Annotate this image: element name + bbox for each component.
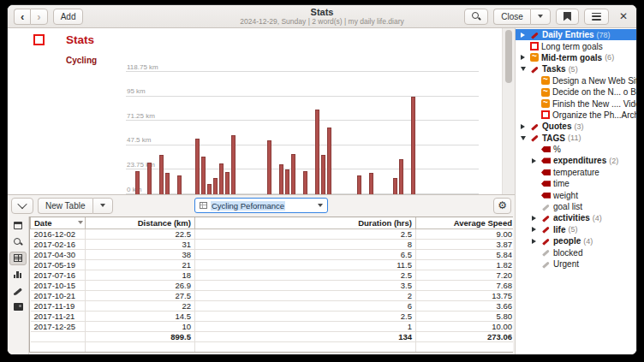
table-cell[interactable]: 7.68 [416,280,514,290]
window-close-button[interactable]: ✕ [614,10,630,22]
add-button[interactable]: Add [53,9,84,25]
tree-item[interactable]: Long term goals [516,40,636,51]
expander-collapsed-icon[interactable] [521,33,525,38]
draw-mode-button[interactable] [9,284,27,298]
table-cell[interactable]: 9.00 [416,228,514,239]
bookmark-button[interactable] [556,9,579,25]
back-button[interactable]: ‹ [14,9,30,25]
table-cell[interactable]: 3.66 [416,300,514,311]
table-cell[interactable]: 18 [86,270,195,280]
column-header[interactable]: Average Speed [416,217,514,229]
tree-item[interactable]: ~Design a New Web Site25,0% [516,75,636,86]
tree-item[interactable]: weight [516,189,636,200]
tree-item[interactable]: blocked [516,246,636,258]
tree-item[interactable]: Tasks(5) [516,63,636,74]
panel-collapse-button[interactable] [11,198,33,214]
table-cell[interactable]: 10 [86,321,195,331]
table-cell[interactable]: 3.5 [195,280,416,290]
table-selector[interactable]: Cycling Peformance [194,198,328,213]
table-cell[interactable]: 1.82 [416,259,514,270]
table-cell[interactable]: 3.87 [416,239,514,249]
table-cell[interactable]: 21 [86,259,195,270]
pencil-red-icon [541,237,551,246]
tree-item[interactable]: % [516,144,636,155]
task-checkbox[interactable] [33,34,45,45]
tree-item[interactable]: TAGS(11) [516,133,636,144]
table-cell[interactable]: 6.5 [195,249,416,259]
column-header[interactable]: Distance (km) [86,217,195,229]
table-cell[interactable]: 14.5 [86,311,195,321]
table-cell[interactable]: 2017-11-19 [31,300,86,311]
new-table-button[interactable]: New Table [38,198,92,214]
table-cell[interactable]: 2.5 [195,311,416,321]
table-cell[interactable]: 26.9 [86,280,195,290]
table-cell[interactable]: 27.5 [86,290,195,300]
table-mode-button[interactable] [9,252,27,265]
close-entry-button[interactable]: Close [493,9,530,25]
chart-mode-button[interactable] [9,268,27,282]
table-cell[interactable]: 2017-05-19 [31,259,86,270]
table-cell[interactable]: 5.80 [416,311,514,321]
table-settings-button[interactable]: ⚙ [493,198,511,214]
table-cell[interactable]: 2.5 [195,270,416,280]
table-cell[interactable]: 2017-04-30 [31,249,86,259]
table-cell[interactable]: 10.00 [416,321,514,331]
table-cell[interactable]: 2 [195,290,416,300]
expander-collapsed-icon[interactable] [532,158,536,163]
calendar-mode-button[interactable] [9,219,27,233]
table-cell[interactable]: 11.5 [195,259,416,270]
table-cell[interactable]: 2017-07-16 [31,270,86,280]
table-cell[interactable]: 22.5 [86,228,195,239]
column-header[interactable]: Duration (hrs) [195,217,416,229]
table-cell[interactable]: 2017-11-21 [31,311,86,321]
tree-item[interactable]: goal list [516,201,636,212]
expander-collapsed-icon[interactable] [521,55,525,60]
tree-item[interactable]: ~Finish the New .... Video80,0% [516,98,636,109]
expander-collapsed-icon[interactable] [532,227,536,232]
tree-item[interactable]: ~Mid-term goals(6) [516,52,636,63]
close-dropdown-button[interactable] [530,9,551,25]
table-cell[interactable]: 2.5 [195,228,416,239]
chart-bar [327,128,331,194]
table-cell[interactable]: 2017-02-16 [31,239,86,249]
image-mode-button[interactable] [9,300,27,314]
table-cell[interactable]: 7.20 [416,270,514,280]
expander-collapsed-icon[interactable] [521,124,525,129]
editor-preview[interactable]: Stats Cycling 0 km23.75 km47.5 km71.25 k… [8,28,502,194]
tree-item[interactable]: Daily Entries(78) [516,29,636,40]
new-table-dropdown-button[interactable] [92,198,113,214]
table-cell[interactable]: 2017-10-21 [31,290,86,300]
table-cell[interactable]: 8 [195,239,416,249]
tree-item[interactable]: expenditures(2) [516,155,636,166]
tree-item[interactable]: Urgent [516,258,636,270]
tree-item[interactable]: life(5) [516,224,636,235]
expander-expanded-icon[interactable] [521,67,526,71]
editor-scrollbar[interactable] [502,28,515,194]
tree-item[interactable]: ~Decide on the N... o Buy50,0% [516,86,636,98]
forward-button[interactable]: › [30,9,47,25]
tree-item[interactable]: Organize the Ph...Archive0,0% [516,110,636,121]
expander-expanded-icon[interactable] [521,136,526,140]
tree-item[interactable]: activities(4) [516,212,636,223]
table-cell[interactable]: 2017-12-25 [31,321,86,331]
table-cell[interactable]: 1 [195,321,416,331]
tree-item[interactable]: Quotes(3) [516,121,636,132]
table-cell[interactable]: 38 [86,249,195,259]
expander-collapsed-icon[interactable] [532,239,536,244]
search-button[interactable] [464,9,488,25]
menu-button[interactable] [584,9,609,25]
scrollbar-thumb[interactable] [505,30,512,83]
table-cell[interactable]: 2017-10-15 [31,280,86,290]
tree-item[interactable]: time [516,178,636,189]
table-cell[interactable]: 13.75 [416,290,514,300]
tree-item[interactable]: people(4) [516,235,636,246]
table-cell[interactable]: 2016-12-02 [31,228,86,239]
table-cell[interactable]: 5.84 [416,249,514,259]
table-cell[interactable]: 6 [195,300,416,311]
table-cell[interactable]: 31 [86,239,195,249]
search-mode-button[interactable] [9,235,27,249]
expander-collapsed-icon[interactable] [532,216,536,221]
column-header[interactable]: Date [31,217,86,229]
tree-item[interactable]: temperature [516,167,636,178]
table-cell[interactable]: 22 [86,300,195,311]
